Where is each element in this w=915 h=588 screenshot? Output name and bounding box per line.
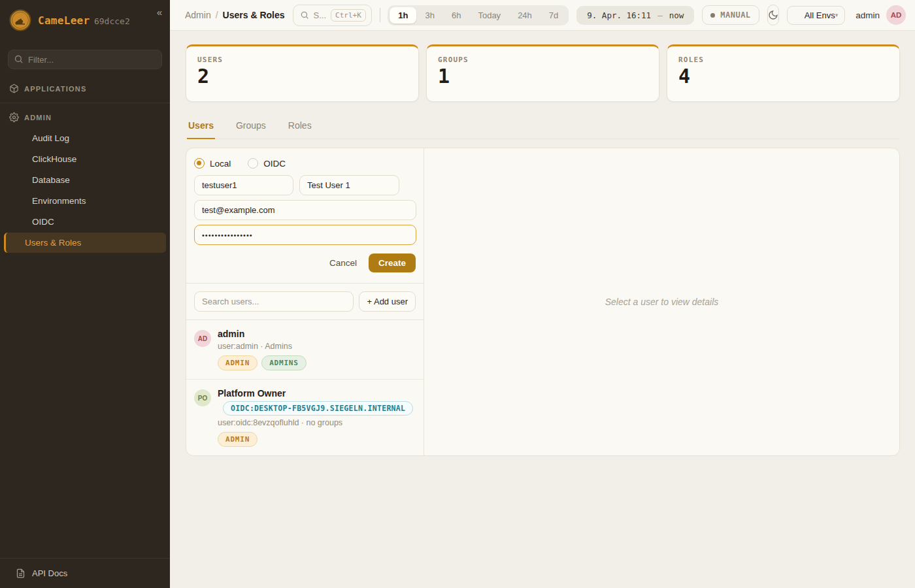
app-version: 69dcce2 <box>94 16 130 26</box>
cube-icon <box>9 84 19 93</box>
radio-oidc[interactable]: OIDC <box>248 158 286 169</box>
role-badge-admin: ADMIN <box>218 355 258 370</box>
stat-value: 2 <box>197 67 407 86</box>
sidebar-item-audit-log[interactable]: Audit Log <box>4 128 166 148</box>
role-badge-admin: ADMIN <box>218 432 258 447</box>
users-panel: Local OIDC Cancel Create <box>186 148 900 456</box>
sidebar-section-admin[interactable]: ADMIN <box>0 105 170 127</box>
stat-card-roles: ROLES 4 <box>667 44 900 102</box>
moon-icon <box>768 10 778 20</box>
user-list-item-platform-owner[interactable]: PO Platform Owner OIDC:DESKTOP-FB5VGJ9.S… <box>186 380 424 455</box>
breadcrumb-separator: / <box>216 10 218 20</box>
sidebar-filter-input[interactable] <box>8 50 162 69</box>
user-list-item-admin[interactable]: AD admin user:admin · Admins ADMIN ADMIN… <box>186 320 424 380</box>
user-name: Platform Owner <box>218 388 413 399</box>
time-range-today[interactable]: Today <box>469 7 509 24</box>
tab-groups[interactable]: Groups <box>235 116 267 139</box>
current-user: admin AD <box>856 5 906 25</box>
name-fields-row <box>194 175 416 195</box>
time-window-display[interactable]: 9. Apr. 16:11 — now <box>576 6 694 25</box>
badge-row: ADMIN ADMINS <box>218 355 307 370</box>
user-detail-panel: Select a user to view details <box>424 148 899 455</box>
radio-unselected-icon <box>248 158 258 169</box>
time-range-6h[interactable]: 6h <box>443 7 469 24</box>
header-divider <box>380 8 380 22</box>
stats-row: USERS 2 GROUPS 1 ROLES 4 <box>186 44 900 102</box>
radio-oidc-label: OIDC <box>263 159 286 169</box>
environment-select[interactable]: All Envs ▾ <box>787 6 846 25</box>
user-name: admin <box>218 329 307 339</box>
group-badge-admins: ADMINS <box>261 355 307 370</box>
cancel-button[interactable]: Cancel <box>329 258 357 268</box>
section-label: ADMIN <box>24 114 52 122</box>
add-user-button[interactable]: + Add user <box>359 291 416 312</box>
tabs: Users Groups Roles <box>186 116 900 139</box>
search-placeholder-text: S... <box>314 10 327 20</box>
sidebar-item-clickhouse[interactable]: ClickHouse <box>4 149 166 169</box>
password-field[interactable] <box>194 225 416 245</box>
search-users-input[interactable] <box>194 291 354 312</box>
collapse-sidebar-icon[interactable]: « <box>157 7 162 18</box>
sidebar-section-applications[interactable]: APPLICATIONS <box>0 76 170 99</box>
time-range-group: 1h 3h 6h Today 24h 7d <box>388 5 569 25</box>
search-icon <box>300 10 309 20</box>
time-range-3h[interactable]: 3h <box>416 7 442 24</box>
auth-type-radio-group: Local OIDC <box>194 157 416 175</box>
display-name-field[interactable] <box>299 175 399 195</box>
badge-row: ADMIN <box>218 432 413 447</box>
refresh-mode-label: MANUAL <box>720 10 750 20</box>
section-label: APPLICATIONS <box>24 85 86 93</box>
user-info: Platform Owner OIDC:DESKTOP-FB5VGJ9.SIEG… <box>218 388 413 447</box>
tab-users[interactable]: Users <box>187 116 215 139</box>
search-shortcut-kbd: Ctrl+K <box>331 9 366 22</box>
sidebar-item-environments[interactable]: Environments <box>4 191 166 211</box>
main-content: USERS 2 GROUPS 1 ROLES 4 Users Groups Ro… <box>170 31 915 456</box>
time-window-separator: — <box>657 10 663 20</box>
camel-coin-icon <box>9 9 31 31</box>
user-avatar[interactable]: AD <box>886 5 906 25</box>
api-docs-label: API Docs <box>32 568 67 578</box>
email-field[interactable] <box>194 200 416 220</box>
app-name: CameLeer <box>38 14 90 27</box>
chevron-down-icon: ▾ <box>835 12 839 18</box>
user-meta: user:admin · Admins <box>218 342 307 351</box>
breadcrumb-parent[interactable]: Admin <box>185 10 211 20</box>
radio-local[interactable]: Local <box>194 158 231 169</box>
time-window-end: now <box>669 10 684 20</box>
stat-label: GROUPS <box>438 56 648 64</box>
sidebar-item-database[interactable]: Database <box>4 170 166 190</box>
stat-label: ROLES <box>678 56 888 64</box>
api-docs-link[interactable]: API Docs <box>0 558 170 588</box>
radio-local-label: Local <box>210 159 231 169</box>
top-bar: Admin / Users & Roles S... Ctrl+K 1h 3h … <box>170 0 915 31</box>
sidebar: CameLeer 69dcce2 « APPLICATIONS ADMIN Au… <box>0 0 170 588</box>
stat-card-groups: GROUPS 1 <box>426 44 659 102</box>
time-range-7d[interactable]: 7d <box>541 7 567 24</box>
breadcrumb: Admin / Users & Roles <box>185 10 285 20</box>
refresh-mode-badge[interactable]: MANUAL <box>702 5 759 25</box>
username-field[interactable] <box>194 175 293 195</box>
time-range-1h[interactable]: 1h <box>390 7 416 24</box>
time-window-start: 9. Apr. 16:11 <box>587 10 651 20</box>
stat-label: USERS <box>197 56 407 64</box>
gear-icon <box>9 112 19 122</box>
sidebar-item-oidc[interactable]: OIDC <box>4 212 166 232</box>
global-search-button[interactable]: S... Ctrl+K <box>293 5 372 26</box>
app-title: CameLeer 69dcce2 <box>38 14 130 27</box>
time-range-24h[interactable]: 24h <box>509 7 541 24</box>
stat-value: 4 <box>678 67 888 86</box>
theme-toggle-button[interactable] <box>767 5 779 25</box>
tab-roles[interactable]: Roles <box>287 116 313 139</box>
sidebar-item-users-roles[interactable]: Users & Roles <box>4 233 166 253</box>
create-button[interactable]: Create <box>369 253 416 272</box>
sidebar-divider <box>0 103 170 103</box>
current-user-name: admin <box>856 10 880 20</box>
admin-nav: Audit Log ClickHouse Database Environmen… <box>0 127 170 253</box>
avatar: AD <box>194 330 211 347</box>
avatar: PO <box>194 389 211 406</box>
user-meta: user:oidc:8evzqofluhld · no groups <box>218 418 413 427</box>
file-text-icon <box>16 568 25 578</box>
create-user-form: Local OIDC Cancel Create <box>186 148 424 284</box>
stat-card-users: USERS 2 <box>186 44 419 102</box>
user-list-toolbar: + Add user <box>186 284 424 320</box>
